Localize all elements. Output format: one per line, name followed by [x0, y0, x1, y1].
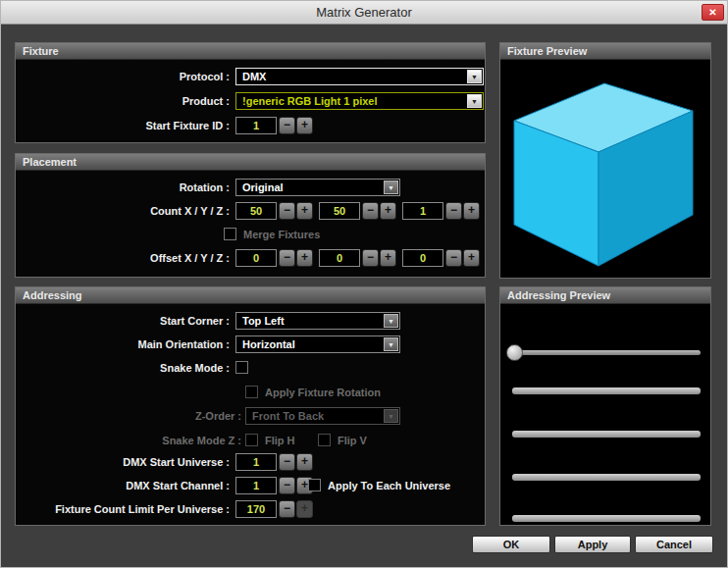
fixture-panel: Fixture Protocol : DMX ▼ Product : !gene… — [15, 42, 486, 143]
flip-v-checkbox — [318, 434, 331, 446]
protocol-label: Protocol : — [16, 68, 230, 85]
addressing-preview-header: Addressing Preview — [500, 287, 710, 304]
apply-to-each-universe-checkbox[interactable] — [308, 479, 321, 491]
offset-xyz-label: Offset X / Y / Z : — [16, 249, 230, 267]
start-fixture-id-minus-button[interactable]: − — [279, 117, 295, 134]
flip-v-label: Flip V — [338, 432, 367, 449]
offset-x-plus-button[interactable]: + — [296, 249, 313, 267]
product-dropdown[interactable]: !generic RGB Light 1 pixel ▼ — [235, 92, 484, 110]
fixture-preview-cube — [500, 60, 710, 278]
count-xyz-label: Count X / Y / Z : — [16, 202, 230, 220]
offset-z-plus-button[interactable]: + — [463, 249, 480, 267]
merge-fixtures-checkbox[interactable] — [224, 228, 236, 240]
addressing-panel-header: Addressing — [16, 287, 485, 304]
start-fixture-id-field[interactable]: 1 — [235, 117, 277, 134]
fixture-count-limit-plus-button: + — [296, 500, 313, 518]
offset-y-minus-button[interactable]: − — [362, 249, 379, 267]
z-order-label: Z-Order : — [16, 407, 241, 425]
dmx-start-universe-plus-button[interactable]: + — [296, 453, 313, 471]
snake-mode-checkbox[interactable] — [235, 361, 248, 374]
protocol-dropdown[interactable]: DMX ▼ — [235, 68, 484, 85]
chevron-down-icon: ▼ — [384, 181, 398, 194]
offset-x-minus-button[interactable]: − — [279, 249, 295, 267]
count-x-plus-button[interactable]: + — [296, 202, 313, 220]
count-z-plus-button[interactable]: + — [463, 202, 480, 220]
fixture-panel-header: Fixture — [16, 43, 485, 60]
dmx-start-channel-field[interactable]: 1 — [235, 477, 277, 494]
dmx-start-universe-label: DMX Start Universe : — [16, 453, 230, 471]
dmx-start-universe-minus-button[interactable]: − — [279, 453, 295, 471]
start-corner-value: Top Left — [242, 315, 285, 327]
offset-y-field[interactable]: 0 — [319, 249, 360, 267]
chevron-down-icon: ▼ — [384, 409, 398, 423]
chevron-down-icon: ▼ — [384, 314, 398, 328]
protocol-value: DMX — [242, 71, 266, 82]
start-fixture-id-label: Start Fixture ID : — [16, 117, 230, 134]
fixture-preview-header: Fixture Preview — [500, 43, 710, 60]
offset-z-minus-button[interactable]: − — [445, 249, 462, 267]
addressing-panel: Addressing Start Corner : Top Left ▼ Mai… — [15, 286, 486, 526]
matrix-generator-dialog: Matrix Generator ✕ Fixture Protocol : DM… — [0, 0, 728, 568]
chevron-down-icon: ▼ — [384, 337, 398, 351]
z-order-dropdown: Front To Back ▼ — [245, 407, 400, 425]
count-y-plus-button[interactable]: + — [380, 202, 396, 220]
rotation-dropdown[interactable]: Original ▼ — [235, 179, 400, 196]
ok-button[interactable]: OK — [472, 536, 550, 553]
placement-panel: Placement Rotation : Original ▼ Count X … — [15, 153, 486, 278]
placement-panel-header: Placement — [16, 154, 485, 171]
fixture-count-limit-minus-button[interactable]: − — [279, 500, 295, 518]
apply-fixture-rotation-label: Apply Fixture Rotation — [265, 384, 381, 401]
count-z-field[interactable]: 1 — [402, 202, 443, 220]
window-title: Matrix Generator — [1, 1, 727, 25]
close-icon: ✕ — [708, 7, 716, 18]
universe-bar — [512, 431, 701, 438]
count-y-field[interactable]: 50 — [319, 202, 360, 220]
product-value: !generic RGB Light 1 pixel — [242, 95, 378, 107]
flip-h-checkbox — [245, 434, 258, 446]
universe-bar — [512, 387, 701, 394]
count-x-minus-button[interactable]: − — [279, 202, 295, 220]
apply-fixture-rotation-checkbox — [245, 386, 258, 398]
count-y-minus-button[interactable]: − — [362, 202, 379, 220]
dmx-start-universe-field[interactable]: 1 — [235, 453, 277, 471]
snake-mode-label: Snake Mode : — [16, 359, 230, 377]
offset-y-plus-button[interactable]: + — [380, 249, 396, 267]
universe-bar — [512, 474, 701, 481]
cancel-button[interactable]: Cancel — [635, 536, 713, 553]
addressing-preview-canvas — [500, 304, 710, 525]
offset-x-field[interactable]: 0 — [235, 249, 277, 267]
close-button[interactable]: ✕ — [702, 4, 724, 21]
apply-to-each-universe-label: Apply To Each Universe — [328, 477, 450, 494]
z-order-value: Front To Back — [252, 410, 324, 422]
offset-z-field[interactable]: 0 — [402, 249, 443, 267]
title-bar: Matrix Generator ✕ — [1, 1, 727, 25]
addressing-slider-knob[interactable] — [506, 344, 523, 361]
start-corner-label: Start Corner : — [16, 312, 230, 330]
dmx-start-channel-label: DMX Start Channel : — [16, 477, 230, 494]
fixture-count-limit-label: Fixture Count Limit Per Universe : — [16, 500, 230, 518]
main-orientation-label: Main Orientation : — [16, 336, 230, 353]
universe-bar — [512, 515, 701, 522]
apply-button[interactable]: Apply — [554, 536, 631, 553]
fixture-count-limit-field[interactable]: 170 — [235, 500, 277, 518]
dmx-start-channel-minus-button[interactable]: − — [279, 477, 295, 494]
chevron-down-icon: ▼ — [467, 70, 482, 83]
addressing-slider-track — [510, 350, 701, 355]
start-fixture-id-plus-button[interactable]: + — [296, 117, 313, 134]
merge-fixtures-label: Merge Fixtures — [243, 226, 320, 243]
fixture-preview-canvas — [500, 60, 710, 278]
main-orientation-value: Horizontal — [242, 338, 295, 350]
product-label: Product : — [16, 92, 230, 110]
main-orientation-dropdown[interactable]: Horizontal ▼ — [235, 336, 400, 353]
rotation-label: Rotation : — [16, 179, 230, 196]
addressing-preview-panel: Addressing Preview — [499, 286, 711, 526]
rotation-value: Original — [242, 181, 284, 193]
start-corner-dropdown[interactable]: Top Left ▼ — [235, 312, 400, 330]
chevron-down-icon: ▼ — [467, 94, 482, 108]
fixture-preview-panel: Fixture Preview — [499, 42, 711, 279]
count-x-field[interactable]: 50 — [235, 202, 277, 220]
flip-h-label: Flip H — [265, 432, 295, 449]
count-z-minus-button[interactable]: − — [445, 202, 462, 220]
snake-mode-z-label: Snake Mode Z : — [16, 432, 241, 449]
